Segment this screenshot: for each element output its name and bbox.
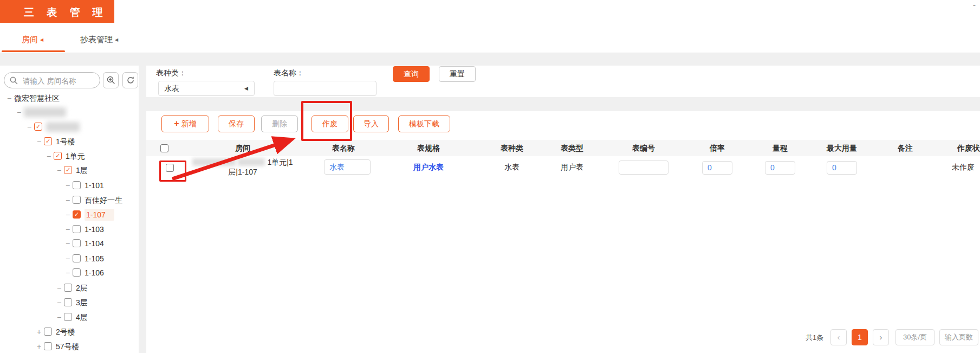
void-status-cell: 未作废 xyxy=(952,163,975,172)
redacted-text xyxy=(192,158,236,166)
range-cell-input[interactable]: 0 xyxy=(765,161,795,175)
meter-spec-link[interactable]: 用户水表 xyxy=(413,163,444,172)
row-checkbox[interactable] xyxy=(166,164,174,172)
redacted-text xyxy=(238,158,265,166)
room-line2: 层|1-107 xyxy=(186,167,300,177)
goto-page-input[interactable]: 输入页数 xyxy=(939,329,978,345)
meter-no-cell-input[interactable] xyxy=(619,161,669,175)
page-size-select[interactable]: 30条/页 xyxy=(895,329,934,345)
meter-name-cell-input[interactable]: 水表 xyxy=(324,159,371,175)
room-line1: 1单元|1 xyxy=(267,157,293,167)
room-cell: 1单元|1 层|1-107 xyxy=(186,157,300,177)
rate-cell-input[interactable]: 0 xyxy=(702,161,732,175)
max-usage-cell-input[interactable]: 0 xyxy=(827,161,857,175)
meter-category-cell: 用户表 xyxy=(561,163,583,172)
next-page-button[interactable]: › xyxy=(873,329,889,345)
page-1-button[interactable]: 1 xyxy=(852,329,868,345)
total-count: 共1条 xyxy=(806,333,823,343)
app-root: 三 表 管 理 - 房间◀ 抄表管理◀ xyxy=(0,0,980,353)
table-row: 1单元|1 层|1-107 水表 用户水表 水表 用户表 0 0 0 未作废 xyxy=(0,0,980,353)
meter-kind-cell: 水表 xyxy=(504,163,520,172)
prev-page-button[interactable]: ‹ xyxy=(830,329,847,345)
